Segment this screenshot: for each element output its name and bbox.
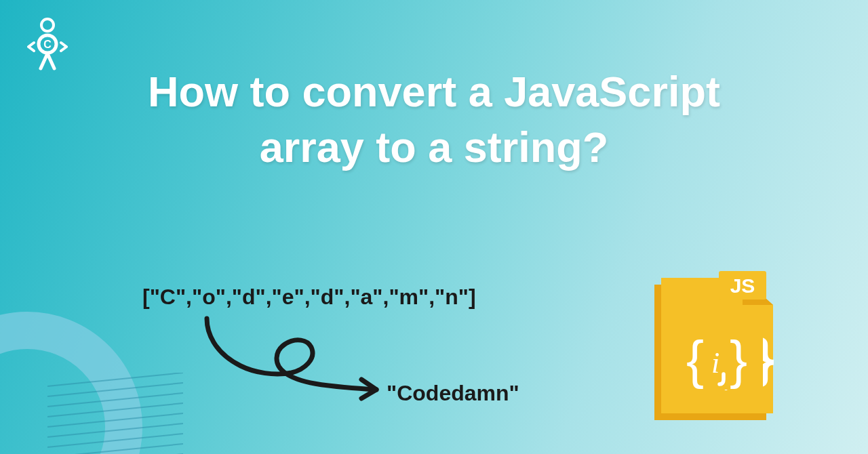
codedamn-logo-icon: C <box>27 17 68 71</box>
svg-text:C: C <box>43 39 52 50</box>
svg-text:i: i <box>711 346 719 379</box>
javascript-file-icon: JS { } i { { i } { } i , { i } , , { } i <box>644 271 776 430</box>
result-string-text: "Codedamn" <box>387 381 519 406</box>
curly-arrow-icon <box>186 312 417 407</box>
lines-decoration <box>47 373 183 454</box>
array-literal-text: ["C","o","d","e","d","a","m","n"] <box>142 285 476 310</box>
svg-point-10 <box>41 19 54 31</box>
svg-text:}: } <box>730 330 747 390</box>
svg-text:JS: JS <box>730 274 755 297</box>
page-title: How to convert a JavaScript array to a s… <box>95 64 773 176</box>
svg-text:{: { <box>686 330 704 390</box>
